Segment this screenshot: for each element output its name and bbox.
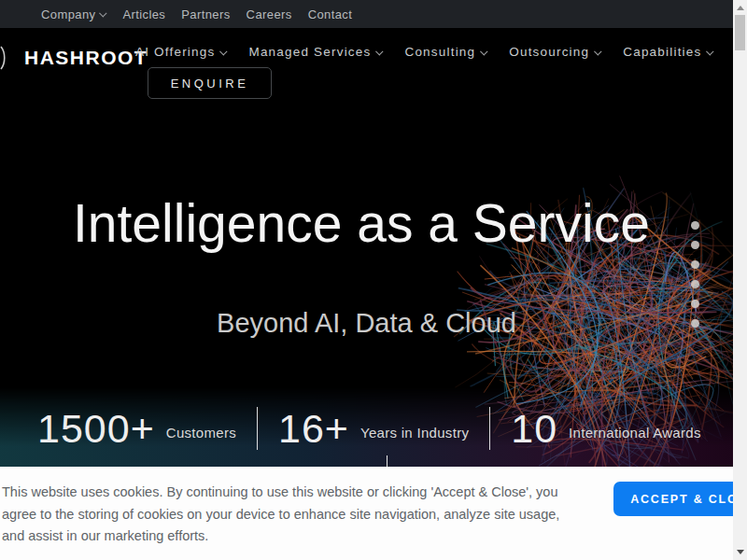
utility-nav: CompanyArticlesPartnersCareersContact — [0, 0, 733, 28]
logo[interactable]: HASHROOT — [0, 43, 148, 73]
nav-item-label: Partners — [181, 7, 230, 21]
chevron-down-icon — [706, 48, 713, 55]
nav-item-consulting[interactable]: Consulting — [404, 45, 487, 59]
nav-item-ai-offerings[interactable]: AI Offerings — [135, 45, 227, 59]
nav-item-label: Careers — [247, 7, 292, 21]
stat-value: 16+ — [278, 406, 349, 452]
nav-item-label: Capabilities — [623, 45, 701, 59]
scrollbar-down-arrow-icon[interactable] — [737, 550, 744, 554]
stat-group: 16+Years in Industry — [278, 406, 469, 452]
hero-section: HASHROOT AI OfferingsManaged ServicesCon… — [0, 28, 733, 467]
stat-label: International Awards — [569, 425, 701, 441]
chevron-down-icon — [376, 48, 384, 55]
chevron-down-icon — [594, 48, 601, 55]
chevron-down-icon — [99, 9, 106, 17]
stat-value: 10 — [511, 406, 557, 452]
scrollbar-up-arrow-icon[interactable] — [737, 6, 744, 10]
topbar-item-contact[interactable]: Contact — [308, 7, 353, 21]
main-nav: AI OfferingsManaged ServicesConsultingOu… — [135, 45, 713, 59]
nav-item-label: Articles — [122, 7, 165, 21]
nav-item-outsourcing[interactable]: Outsourcing — [509, 45, 601, 59]
carousel-dot[interactable] — [691, 221, 699, 230]
cookie-banner: This website uses cookies. By continuing… — [0, 467, 747, 560]
carousel-dots — [691, 221, 699, 328]
enquire-button[interactable]: ENQUIRE — [148, 67, 272, 99]
page: CompanyArticlesPartnersCareersContact HA… — [0, 0, 747, 560]
stat-value: 1500+ — [37, 406, 155, 452]
nav-item-label: Consulting — [404, 45, 475, 59]
carousel-dot[interactable] — [691, 300, 699, 308]
carousel-dot[interactable] — [691, 260, 699, 269]
nav-item-label: Managed Services — [248, 45, 371, 59]
nav-item-label: Outsourcing — [509, 45, 589, 59]
chevron-down-icon — [219, 48, 227, 55]
stat-group: 1500+Customers — [37, 406, 236, 452]
scrollbar[interactable] — [733, 0, 747, 560]
nav-item-managed-services[interactable]: Managed Services — [248, 45, 383, 59]
scrollbar-thumb[interactable] — [735, 15, 745, 50]
topbar-item-company[interactable]: Company — [41, 7, 106, 21]
stat-group: 10International Awards — [511, 406, 701, 452]
stat-divider — [257, 407, 258, 450]
cookie-message: This website uses cookies. By continuing… — [2, 482, 573, 548]
topbar-item-careers[interactable]: Careers — [247, 7, 292, 21]
carousel-dot[interactable] — [691, 319, 699, 328]
nav-item-label: Company — [41, 7, 95, 21]
chevron-down-icon — [480, 48, 487, 55]
accept-close-button[interactable]: ACCEPT & CLOSE — [613, 482, 747, 516]
nav-item-capabilities[interactable]: Capabilities — [623, 45, 713, 59]
stat-divider — [489, 407, 490, 450]
stat-label: Customers — [166, 425, 236, 441]
hero-subtitle: Beyond AI, Data & Cloud — [0, 308, 733, 339]
topbar-item-articles[interactable]: Articles — [122, 7, 165, 21]
stat-label: Years in Industry — [360, 425, 469, 441]
nav-item-label: Contact — [308, 7, 353, 21]
hero-title: Intelligence as a Service — [73, 192, 726, 254]
nav-item-label: AI Offerings — [135, 45, 215, 59]
logo-text: HASHROOT — [24, 47, 148, 69]
stats-row: 1500+Customers16+Years in Industry10Inte… — [37, 401, 701, 455]
scroll-indicator — [387, 455, 388, 467]
carousel-dot[interactable] — [691, 241, 699, 249]
hashroot-logo-icon — [0, 43, 18, 73]
carousel-dot[interactable] — [691, 280, 699, 288]
topbar-item-partners[interactable]: Partners — [181, 7, 230, 21]
